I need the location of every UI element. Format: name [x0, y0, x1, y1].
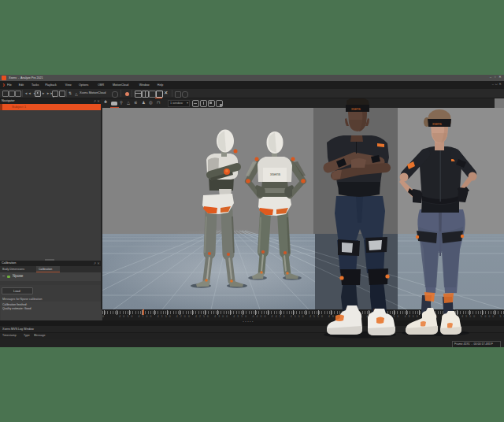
svg-text:xsens: xsens — [270, 172, 281, 176]
svg-text:xsens: xsens — [351, 107, 361, 111]
svg-text:xsens: xsens — [432, 122, 443, 126]
